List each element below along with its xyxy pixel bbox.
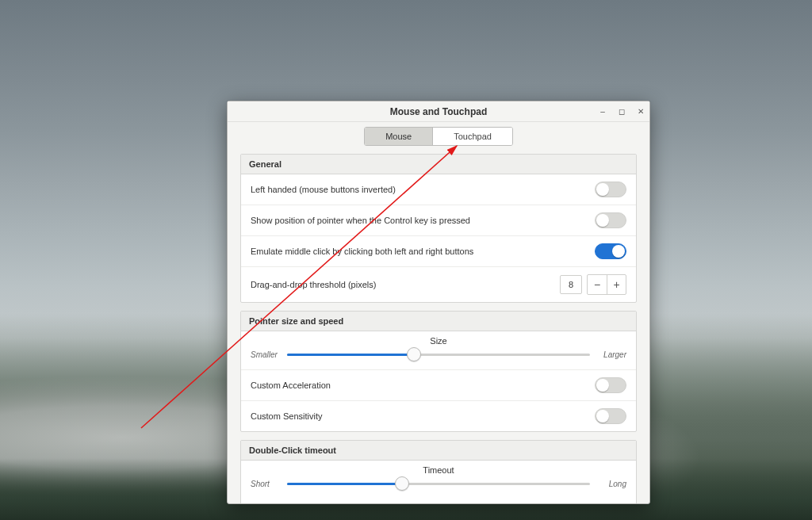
- size-slider[interactable]: [287, 347, 590, 361]
- row-show-pointer: Show position of pointer when the Contro…: [241, 205, 636, 236]
- toggle-show-pointer[interactable]: [595, 212, 626, 228]
- label-drag-threshold: Drag-and-drop threshold (pixels): [251, 280, 560, 289]
- slider-size-block: Size Smaller Larger: [241, 331, 636, 370]
- size-caption: Size: [251, 336, 626, 346]
- tab-mouse[interactable]: Mouse: [365, 128, 432, 145]
- row-drag-threshold: Drag-and-drop threshold (pixels) 8 − +: [241, 267, 636, 302]
- toggle-left-handed[interactable]: [595, 182, 626, 197]
- tab-touchpad[interactable]: Touchpad: [432, 128, 512, 145]
- tab-bar: Mouse Touchpad: [228, 122, 649, 154]
- window-title: Mouse and Touchpad: [390, 106, 487, 117]
- content: General Left handed (mouse buttons inver…: [228, 154, 649, 503]
- stepper-drag-threshold: 8 − +: [560, 274, 626, 295]
- titlebar: Mouse and Touchpad – ◻ ✕: [228, 101, 649, 122]
- section-pointer: Pointer size and speed Size Smaller Larg…: [240, 311, 637, 432]
- section-header-general: General: [241, 155, 636, 174]
- timeout-caption: Timeout: [251, 465, 626, 475]
- label-custom-accel: Custom Acceleration: [251, 380, 595, 390]
- settings-window: Mouse and Touchpad – ◻ ✕ Mouse Touchpad …: [227, 101, 650, 504]
- label-custom-sens: Custom Sensitivity: [251, 411, 595, 421]
- timeout-slider-thumb[interactable]: [395, 476, 409, 491]
- section-header-doubleclick: Double-Click timeout: [241, 441, 636, 461]
- maximize-icon[interactable]: ◻: [618, 107, 626, 116]
- close-icon[interactable]: ✕: [637, 107, 645, 116]
- toggle-custom-accel[interactable]: [595, 377, 626, 393]
- row-middle-click: Emulate middle click by clicking both le…: [241, 236, 636, 267]
- timeout-short-label: Short: [251, 480, 281, 488]
- window-controls: – ◻ ✕: [599, 101, 645, 121]
- row-left-handed: Left handed (mouse buttons inverted): [241, 174, 636, 205]
- section-general: General Left handed (mouse buttons inver…: [240, 154, 637, 303]
- timeout-long-label: Long: [596, 480, 626, 488]
- drag-threshold-decrease-button[interactable]: −: [588, 275, 607, 294]
- slider-timeout-block: Timeout Short Long: [241, 461, 636, 499]
- toggle-custom-sens[interactable]: [595, 408, 626, 424]
- tabs: Mouse Touchpad: [364, 127, 513, 146]
- toggle-middle-click[interactable]: [595, 243, 626, 259]
- timeout-slider[interactable]: [287, 476, 590, 491]
- section-doubleclick: Double-Click timeout Timeout Short Long …: [240, 440, 637, 503]
- row-custom-sens: Custom Sensitivity: [241, 401, 636, 431]
- label-left-handed: Left handed (mouse buttons inverted): [251, 185, 595, 194]
- section-header-pointer: Pointer size and speed: [241, 312, 636, 331]
- row-custom-accel: Custom Acceleration: [241, 370, 636, 401]
- size-larger-label: Larger: [596, 350, 626, 359]
- label-middle-click: Emulate middle click by clicking both le…: [251, 247, 595, 256]
- minimize-icon[interactable]: –: [599, 107, 607, 116]
- drag-threshold-value[interactable]: 8: [560, 275, 582, 294]
- drag-threshold-increase-button[interactable]: +: [607, 275, 626, 294]
- size-smaller-label: Smaller: [251, 350, 281, 359]
- label-show-pointer: Show position of pointer when the Contro…: [251, 216, 595, 225]
- size-slider-thumb[interactable]: [407, 347, 421, 361]
